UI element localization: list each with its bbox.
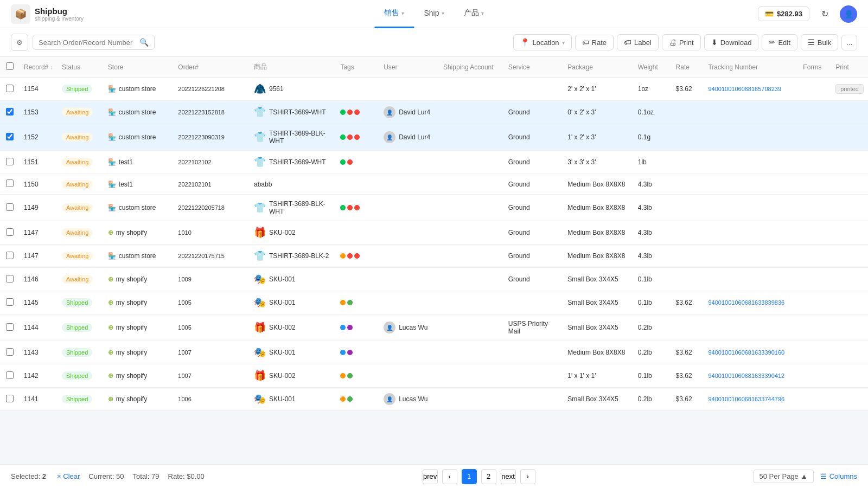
select-all-checkbox[interactable] [6, 62, 14, 70]
row-checkbox[interactable] [6, 85, 14, 92]
print-status [831, 151, 868, 174]
location-icon: 📍 [520, 38, 529, 47]
search-input[interactable] [39, 38, 136, 47]
tracking-link[interactable]: 94001001060681633839836 [708, 299, 784, 306]
service [504, 388, 564, 411]
service: USPS Priority Mail [504, 314, 564, 341]
bulk-label: Bulk [818, 38, 831, 47]
shopify-icon: ⊕ [108, 395, 113, 403]
refresh-button[interactable]: ↻ [816, 5, 833, 23]
row-checkbox-cell [0, 101, 20, 124]
rate-label: Rate [592, 38, 607, 47]
tag-dot [347, 350, 353, 355]
th-record[interactable]: Record# ↕ [20, 57, 58, 78]
tracking-number [704, 195, 799, 221]
store-name: test1 [119, 158, 133, 166]
row-checkbox[interactable] [6, 108, 14, 115]
rate: $3.62 [672, 364, 704, 388]
orders-table: Record# ↕ Status Store Order# 商品 Tags Us… [0, 57, 868, 411]
status-cell: Awaiting [58, 174, 104, 195]
store-name: my shopify [116, 275, 147, 283]
product-name: TSHIRT-3689-BLK-WHT [269, 130, 331, 145]
product-name: SKU-001 [269, 275, 296, 283]
more-button[interactable]: ... [841, 35, 857, 50]
status-cell: Awaiting [58, 151, 104, 174]
row-checkbox-cell [0, 151, 20, 174]
label-button[interactable]: 🏷 Label [617, 34, 659, 50]
bulk-button[interactable]: ☰ Bulk [801, 34, 838, 50]
row-checkbox[interactable] [6, 371, 14, 379]
row-checkbox[interactable] [6, 252, 14, 259]
user-cell: 👤Lucas Wu [379, 314, 439, 341]
status-cell: Awaiting [58, 268, 104, 291]
status-cell: Awaiting [58, 221, 104, 245]
package: Small Box 3X4X5 [563, 314, 633, 341]
user-avatar[interactable]: 👤 [840, 5, 857, 23]
tracking-link[interactable]: 9400100106068165708239 [708, 86, 781, 92]
tracking-link[interactable]: 94001001060681633744796 [708, 396, 784, 402]
th-user: User [379, 57, 439, 78]
user-cell [379, 78, 439, 101]
rate [672, 124, 704, 151]
weight: 1oz [634, 78, 672, 101]
row-checkbox[interactable] [6, 348, 14, 356]
row-checkbox[interactable] [6, 228, 14, 236]
nav-item-ship[interactable]: Ship ▾ [414, 0, 454, 28]
shipping-account [439, 174, 504, 195]
row-checkbox[interactable] [6, 395, 14, 402]
store-cell: 🏪custom store [104, 245, 174, 268]
nav-item-products[interactable]: 产品 ▾ [454, 0, 494, 28]
th-weight: Weight [634, 57, 672, 78]
shipping-account [439, 124, 504, 151]
table-row: 1154Shipped🏪custom store20221226221208🧥9… [0, 78, 868, 101]
rate-icon: 🏷 [582, 38, 589, 47]
shipping-account [439, 221, 504, 245]
rate-button[interactable]: 🏷 Rate [575, 35, 614, 50]
tags-cell [336, 268, 379, 291]
table-header-row: Record# ↕ Status Store Order# 商品 Tags Us… [0, 57, 868, 78]
order-number: 1005 [174, 291, 250, 314]
location-button[interactable]: 📍 Location ▾ [513, 34, 571, 50]
row-checkbox[interactable] [6, 133, 14, 140]
row-checkbox[interactable] [6, 323, 14, 331]
row-checkbox[interactable] [6, 203, 14, 211]
user-name: Lucas Wu [399, 395, 427, 403]
status-badge: Shipped [62, 85, 92, 93]
edit-button[interactable]: ✏ Edit [762, 34, 797, 50]
balance-button[interactable]: 💳 $282.93 [758, 7, 809, 21]
shipping-account [439, 78, 504, 101]
forms [799, 314, 831, 341]
row-checkbox[interactable] [6, 275, 14, 282]
tag-dot [347, 300, 353, 305]
tag-dot [347, 110, 353, 115]
tracking-link[interactable]: 94001001060681633390160 [708, 349, 784, 356]
shipping-account [439, 245, 504, 268]
custom-store-icon: 🏪 [108, 108, 116, 116]
row-checkbox-cell [0, 124, 20, 151]
row-checkbox[interactable] [6, 158, 14, 165]
package: 1' x 2' x 3' [563, 124, 633, 151]
rate [672, 221, 704, 245]
table-row: 1142Shipped⊕my shopify1007🎁SKU-0021' x 1… [0, 364, 868, 388]
search-button[interactable]: 🔍 [139, 38, 149, 47]
filter-button[interactable]: ⚙ [11, 34, 28, 51]
table-row: 1149Awaiting🏪custom store20221220205718👕… [0, 195, 868, 221]
th-select-all[interactable] [0, 57, 20, 78]
weight: 0.1lb [634, 364, 672, 388]
product-name: SKU-002 [269, 324, 296, 331]
row-checkbox[interactable] [6, 298, 14, 306]
order-number: 2022102102 [174, 151, 250, 174]
tag-dot [340, 396, 346, 402]
nav-item-sales[interactable]: 销售 ▾ [374, 0, 414, 28]
nav-right-area: 💳 $282.93 ↻ 👤 [758, 5, 857, 23]
row-checkbox-cell [0, 245, 20, 268]
download-button[interactable]: ⬇ Download [704, 34, 759, 50]
nav-label-products: 产品 [464, 8, 479, 18]
weight: 0.1lb [634, 268, 672, 291]
tracking-link[interactable]: 94001001060681633390412 [708, 373, 784, 379]
shopify-icon: ⊕ [108, 299, 113, 306]
print-button[interactable]: 🖨 Print [662, 34, 701, 50]
status-cell: Awaiting [58, 124, 104, 151]
print-status [831, 245, 868, 268]
row-checkbox[interactable] [6, 179, 14, 187]
